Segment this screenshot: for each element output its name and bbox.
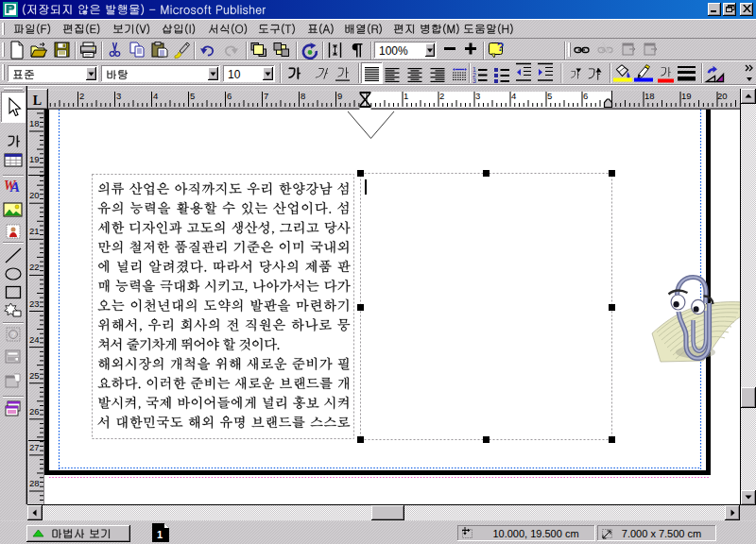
svg-text:3: 3 [472,77,476,84]
svg-text:1: 1 [157,529,163,540]
svg-text:9: 9 [337,91,342,101]
svg-text:10: 10 [228,68,241,81]
svg-text:10.000, 19.500 cm: 10.000, 19.500 cm [492,528,578,539]
svg-text:4: 4 [511,91,516,101]
svg-text:7: 7 [264,91,268,101]
svg-text:25: 25 [29,370,40,381]
svg-text:100%: 100% [379,44,408,58]
svg-text:19: 19 [681,91,692,101]
svg-text:21: 21 [29,226,40,236]
svg-text:6: 6 [583,91,588,101]
svg-text:L: L [33,94,42,108]
svg-text:8: 8 [301,91,305,101]
svg-text:22: 22 [29,262,40,272]
svg-text:2: 2 [439,91,444,101]
svg-text:27: 27 [29,442,40,452]
svg-text:5: 5 [190,91,195,101]
svg-text:7.000 x 7.500 cm: 7.000 x 7.500 cm [622,528,701,539]
svg-text:A: A [9,179,20,195]
svg-text:1: 1 [404,91,408,101]
svg-text:28: 28 [29,478,40,488]
svg-text:2: 2 [79,91,84,101]
svg-text:23: 23 [29,298,40,309]
svg-text:4: 4 [153,91,158,101]
svg-text:24: 24 [29,334,40,345]
svg-text:?: ? [497,41,505,54]
svg-text:6: 6 [227,91,232,101]
svg-text:19: 19 [29,154,40,164]
svg-text:18: 18 [29,118,40,128]
svg-text:26: 26 [29,406,40,416]
svg-text:3: 3 [116,91,121,101]
svg-text:?: ? [11,331,16,339]
svg-text:20: 20 [29,190,40,200]
svg-text:20: 20 [717,91,728,101]
svg-text:3: 3 [475,91,480,101]
svg-text:5: 5 [547,91,552,101]
svg-text:18: 18 [644,91,655,101]
